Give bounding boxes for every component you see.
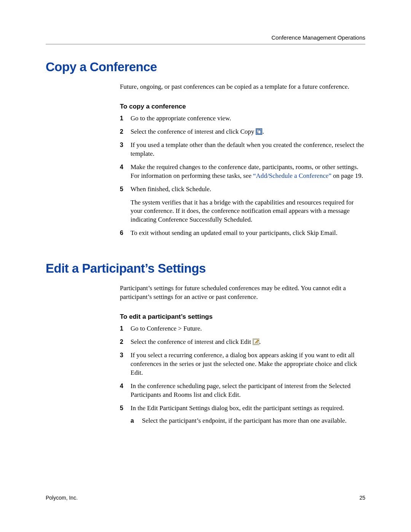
edit-step-2-text-pre: Select the conference of interest and cl… — [131, 338, 253, 345]
edit-step-3: If you select a recurring conference, a … — [120, 351, 365, 377]
xref-add-schedule-conference[interactable]: “Add/Schedule a Conference” — [253, 172, 331, 179]
step-6: To exit without sending an updated email… — [120, 229, 365, 238]
intro-paragraph: Future, ongoing, or past conferences can… — [120, 83, 365, 91]
procedure-title-edit: To edit a participant’s settings — [120, 313, 365, 321]
step-4-text-post: on page 19. — [331, 172, 363, 179]
heading-edit-participant-settings: Edit a Participant’s Settings — [46, 261, 365, 276]
procedure-steps-copy-cont: To exit without sending an updated email… — [120, 229, 365, 238]
copy-icon — [256, 128, 262, 135]
procedure-title-copy: To copy a conference — [120, 103, 365, 110]
step-5-followup: The system verifies that it has a bridge… — [120, 198, 365, 225]
procedure-steps-copy: Go to the appropriate conference view. S… — [120, 114, 365, 194]
edit-step-5-text: In the Edit Participant Settings dialog … — [131, 404, 344, 412]
edit-substeps: Select the participant’s endpoint, if th… — [131, 417, 365, 425]
step-4: Make the required changes to the confere… — [120, 163, 365, 181]
edit-step-2-text-post: . — [259, 338, 261, 345]
step-3: If you used a template other than the de… — [120, 141, 365, 158]
step-1: Go to the appropriate conference view. — [120, 114, 365, 123]
procedure-steps-edit: Go to Conference > Future. Select the co… — [120, 324, 365, 425]
edit-step-1: Go to Conference > Future. — [120, 324, 365, 333]
heading-copy-a-conference: Copy a Conference — [46, 60, 365, 74]
header-rule — [46, 44, 365, 45]
intro-paragraph-2: Participant’s settings for future schedu… — [120, 284, 365, 302]
edit-step-2: Select the conference of interest and cl… — [120, 338, 365, 347]
svg-rect-2 — [258, 130, 261, 134]
edit-step-5: In the Edit Participant Settings dialog … — [120, 404, 365, 425]
running-header: Conference Management Operations — [46, 34, 365, 41]
step-2: Select the conference of interest and cl… — [120, 128, 365, 136]
step-2-text-post: . — [262, 128, 264, 135]
page-number: 25 — [359, 495, 365, 501]
footer-company: Polycom, Inc. — [46, 495, 78, 501]
edit-step-5a: Select the participant’s endpoint, if th… — [131, 417, 365, 425]
step-2-text-pre: Select the conference of interest and cl… — [131, 128, 256, 135]
edit-icon — [253, 339, 259, 345]
edit-step-4: In the conference scheduling page, selec… — [120, 382, 365, 399]
step-5: When finished, click Schedule. — [120, 185, 365, 194]
